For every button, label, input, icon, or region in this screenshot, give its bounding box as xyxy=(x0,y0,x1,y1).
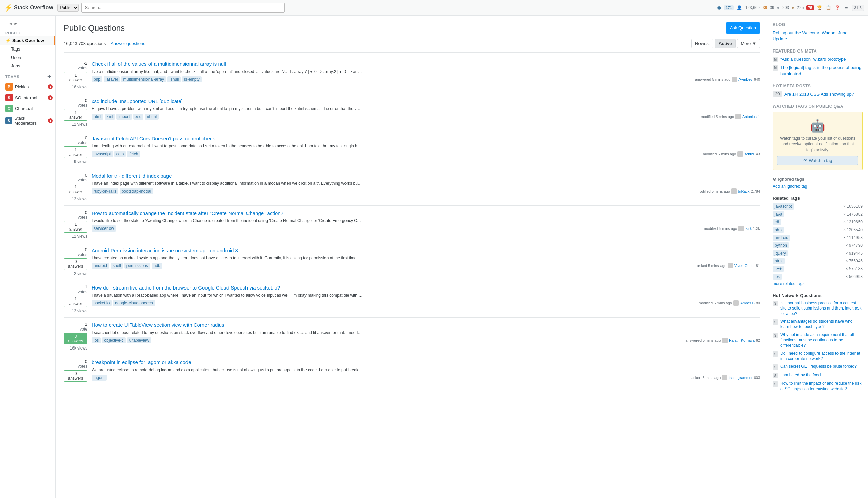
question-title-5[interactable]: How to automatically change the Incident… xyxy=(92,210,760,217)
sidebar-item-so-internal[interactable]: S SO Internal ● xyxy=(0,92,55,103)
tag-ruby-on-rails[interactable]: ruby-on-rails xyxy=(92,188,118,194)
tag-multidimensional-array[interactable]: multidimensional-array xyxy=(121,76,166,82)
blog-item[interactable]: Rolling out the Welcome Wagon: June Upda… xyxy=(773,30,863,42)
tag-cors[interactable]: cors xyxy=(114,151,126,157)
search-input[interactable] xyxy=(81,3,285,13)
question-title-3[interactable]: Javascript Fetch API Cors Doesen't pass … xyxy=(92,135,760,142)
related-tag-android[interactable]: android xyxy=(773,235,790,241)
more-related-tags-link[interactable]: more related tags xyxy=(773,281,863,286)
tag-servicenow[interactable]: servicenow xyxy=(92,225,116,232)
hot-network-item-1[interactable]: SWhat advantages do students have who le… xyxy=(773,319,863,329)
tag-lagom[interactable]: lagom xyxy=(92,375,107,381)
sidebar-item-stack-moderators[interactable]: S Stack Moderators ● xyxy=(0,114,55,128)
ignored-tags-section: ⊘ Ignored tags Add an ignored tag xyxy=(773,176,863,189)
tag-isnull[interactable]: isnull xyxy=(168,76,181,82)
featured-meta-link[interactable]: The [logical] tag is in the process of b… xyxy=(780,65,863,77)
related-tag-ios[interactable]: ios xyxy=(773,274,782,280)
answer-questions-link[interactable]: Answer questions xyxy=(110,41,145,46)
featured-meta-link[interactable]: "Ask a question" wizard prototype xyxy=(780,56,846,62)
question-title-6[interactable]: Android Permission interaction issue on … xyxy=(92,247,760,254)
tag-html[interactable]: html xyxy=(92,114,103,120)
question-title-2[interactable]: xsd include unsupported URL [duplicate] xyxy=(92,98,760,105)
user-name-3[interactable]: schildi xyxy=(744,152,755,156)
user-name-5[interactable]: Kirk xyxy=(745,226,752,231)
question-title-1[interactable]: Check if all of the values of a multidim… xyxy=(92,61,760,67)
user-name-9[interactable]: tschagrammer xyxy=(729,376,752,380)
tag-xml[interactable]: xml xyxy=(105,114,115,120)
notifications-badge[interactable]: 75 xyxy=(806,5,814,10)
sidebar-item-users[interactable]: Users xyxy=(0,53,55,62)
sidebar-item-stackoverflow[interactable]: ⚡ Stack Overflow xyxy=(0,36,55,45)
hot-meta-link[interactable]: Are 1H 2018 OSS Ads showing up? xyxy=(784,91,854,97)
user-rep-4: 2,784 xyxy=(751,189,760,193)
filter-more-dropdown[interactable]: More ▼ xyxy=(737,39,761,48)
ask-question-button[interactable]: Ask Question xyxy=(726,22,760,34)
review-icon[interactable]: 📋 xyxy=(826,5,832,11)
tag-permissions[interactable]: permissions xyxy=(124,263,150,269)
tag-import[interactable]: import xyxy=(116,114,132,120)
user-name-1[interactable]: AymDev xyxy=(738,77,752,81)
question-stats-1: -2votes 1answer 16 views xyxy=(64,61,88,90)
tag-adb[interactable]: adb xyxy=(152,263,162,269)
user-name-8[interactable]: Rajath Kornaya xyxy=(729,338,755,342)
question-title-9[interactable]: breakpoint in eclipse for lagom or akka … xyxy=(92,359,760,366)
related-tag-c#[interactable]: c# xyxy=(773,219,781,225)
user-info-7: modified 5 mins ago Amber B 80 xyxy=(699,300,761,306)
question-title-8[interactable]: How to create UITableView section view w… xyxy=(92,322,760,328)
hot-network-item-0[interactable]: SIs it normal business practice for a co… xyxy=(773,301,863,317)
hot-network-item-3[interactable]: SDo I need to configure access to the in… xyxy=(773,351,863,362)
tag-google-cloud-speech[interactable]: google-cloud-speech xyxy=(113,300,155,306)
logo[interactable]: ⚡ Stack Overflow xyxy=(4,4,53,12)
user-name-2[interactable]: Antonius xyxy=(742,115,757,119)
tag-php[interactable]: php xyxy=(92,76,102,82)
related-tag-php[interactable]: php xyxy=(773,227,784,233)
hot-network-section: Hot Network Questions SIs it normal busi… xyxy=(773,293,863,392)
related-tag-python[interactable]: python xyxy=(773,243,789,249)
tag-socket.io[interactable]: socket.io xyxy=(92,300,111,306)
hot-network-item-4[interactable]: SCan secret GET requests be brute forced… xyxy=(773,364,863,370)
help-icon[interactable]: ❓ xyxy=(834,5,841,11)
sidebar-item-home[interactable]: Home xyxy=(0,19,55,28)
avatar-1 xyxy=(732,77,737,82)
watch-tag-button[interactable]: 👁 Watch a tag xyxy=(777,156,858,166)
question-item-1: -2votes 1answer 16 views Check if all of… xyxy=(64,57,760,94)
tag-xsd[interactable]: xsd xyxy=(133,114,144,120)
user-name-6[interactable]: Vivek Gupta xyxy=(734,264,755,268)
user-name-4[interactable]: biRack xyxy=(738,189,750,193)
sidebar-item-pickles[interactable]: P Pickles ● xyxy=(0,81,55,92)
tag-android[interactable]: android xyxy=(92,263,109,269)
tag-xhtml[interactable]: xhtml xyxy=(145,114,159,120)
user-name-7[interactable]: Amber B xyxy=(740,301,755,305)
tag-javascript[interactable]: javascript xyxy=(92,151,113,157)
filter-active-button[interactable]: Active xyxy=(715,39,735,48)
tag-is-empty[interactable]: is-empty xyxy=(182,76,201,82)
add-team-button[interactable]: + xyxy=(48,73,51,80)
site-selector[interactable]: Public xyxy=(57,4,79,12)
add-ignored-tag-link[interactable]: Add an ignored tag xyxy=(773,184,807,189)
related-tag-item: python× 974790 xyxy=(773,243,863,249)
question-title-4[interactable]: Modal for tr - different id index page xyxy=(92,172,760,179)
tag-fetch[interactable]: fetch xyxy=(127,151,140,157)
related-tag-jquery[interactable]: jquery xyxy=(773,250,788,256)
tag-uitableview[interactable]: uitableview xyxy=(127,337,151,343)
hamburger-icon[interactable]: ☰ xyxy=(843,5,849,11)
related-tag-javascript[interactable]: javascript xyxy=(773,204,794,210)
question-title-7[interactable]: How do I stream live audio from the brow… xyxy=(92,285,760,291)
related-tag-c++[interactable]: c++ xyxy=(773,266,784,272)
sidebar-item-jobs[interactable]: Jobs xyxy=(0,62,55,70)
sidebar-item-charcoal[interactable]: C Charcoal xyxy=(0,103,55,114)
hot-network-item-2[interactable]: SWhy not include as a requirement that a… xyxy=(773,332,863,348)
tag-ios[interactable]: ios xyxy=(92,337,101,343)
tag-laravel[interactable]: laravel xyxy=(104,76,120,82)
hot-network-item-6[interactable]: SHow to limit the impact of and reduce t… xyxy=(773,381,863,392)
tag-shell[interactable]: shell xyxy=(110,263,123,269)
topbar-icon-user[interactable]: 👤 xyxy=(736,5,742,11)
trophy-icon[interactable]: 🏆 xyxy=(817,5,823,11)
tag-bootstrap-modal[interactable]: bootstrap-modal xyxy=(120,188,153,194)
sidebar-item-tags[interactable]: Tags xyxy=(0,45,55,53)
hot-network-item-5[interactable]: SI am hated by the food. xyxy=(773,372,863,378)
related-tag-java[interactable]: java xyxy=(773,211,784,217)
related-tag-html[interactable]: html xyxy=(773,258,785,264)
filter-newest-button[interactable]: Newest xyxy=(691,39,713,48)
tag-objective-c[interactable]: objective-c xyxy=(102,337,126,343)
